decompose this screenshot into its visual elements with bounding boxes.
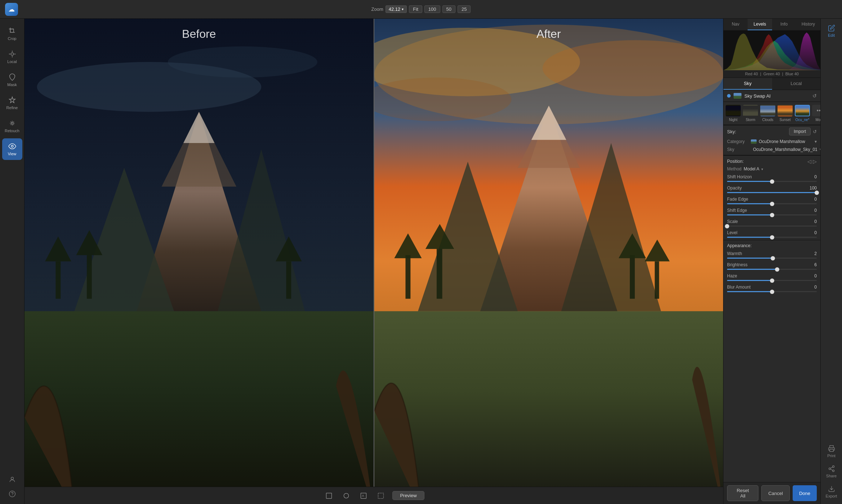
shift-horizon-value: 0	[814, 174, 817, 179]
histogram-section: Red 40 | Green 40 | Blue 40	[723, 31, 820, 78]
sky-clouds-thumb	[760, 105, 775, 116]
tab-local[interactable]: Local	[772, 78, 821, 90]
svg-rect-21	[24, 311, 374, 504]
fade-edge-value: 0	[814, 197, 817, 202]
warmth-track[interactable]	[727, 258, 817, 259]
brightness-track[interactable]	[727, 269, 817, 270]
svg-rect-16	[87, 255, 92, 299]
category-thumbnail	[751, 139, 757, 144]
position-section-header: Position: ◁ ▷	[723, 155, 820, 166]
zoom-fit-button[interactable]: Fit	[409, 5, 422, 13]
histogram-red: Red 40	[745, 72, 758, 76]
level-track[interactable]	[727, 237, 817, 238]
cancel-button[interactable]: Cancel	[761, 485, 789, 501]
user-icon-button[interactable]	[6, 474, 18, 485]
sky-type-clouds[interactable]: Clouds	[760, 105, 775, 122]
zoom-50-button[interactable]: 50	[442, 5, 455, 13]
print-label: Print	[827, 454, 836, 458]
zoom-100-button[interactable]: 100	[424, 5, 440, 13]
sky-type-more[interactable]: ••• More	[812, 105, 820, 122]
opacity-slider: Opacity 100	[723, 184, 820, 195]
retouch-label: Retouch	[5, 129, 19, 133]
preview-button[interactable]: Preview	[392, 491, 424, 500]
svg-point-50	[832, 466, 834, 468]
sky-type-sunset[interactable]: Sunset	[778, 105, 793, 122]
sky-more-thumb: •••	[812, 105, 820, 116]
sidebar-tool-local[interactable]: Local	[2, 46, 22, 68]
svg-line-54	[830, 467, 833, 468]
position-right-arrow-icon[interactable]: ▷	[813, 159, 817, 164]
tab-info[interactable]: Info	[772, 19, 796, 30]
sky-type-ocu[interactable]: Ocu_ne*	[795, 105, 810, 122]
method-chevron-icon[interactable]: ▾	[761, 167, 763, 171]
histogram-tabs: Nav Levels Info History	[723, 19, 820, 31]
done-button[interactable]: Done	[793, 485, 817, 501]
text-tool-button[interactable]: A	[358, 490, 369, 501]
scale-track[interactable]	[727, 226, 817, 227]
method-label: Method	[727, 166, 741, 171]
print-button[interactable]: Print	[822, 442, 841, 461]
sidebar-tool-crop[interactable]: Crop	[2, 23, 22, 45]
sidebar-tool-view[interactable]: View	[2, 138, 22, 160]
sky-type-night[interactable]: Night	[726, 105, 741, 122]
svg-rect-36	[630, 255, 635, 299]
tab-sky[interactable]: Sky	[723, 78, 772, 90]
haze-label: Haze	[727, 273, 737, 278]
shift-edge-track[interactable]	[727, 214, 817, 215]
top-bar: ☁ Zoom 42.12 ▾ Fit 100 50 25	[0, 0, 842, 19]
zoom-25-button[interactable]: 25	[458, 5, 471, 13]
svg-rect-32	[405, 255, 410, 299]
sidebar-bottom	[6, 474, 18, 500]
svg-point-5	[9, 491, 15, 497]
help-icon-button[interactable]	[6, 488, 18, 500]
view-label: View	[8, 152, 17, 156]
sky-import-reset-icon[interactable]: ↺	[813, 129, 817, 134]
sky-swap-reset-icon[interactable]: ↺	[812, 93, 817, 99]
histogram-info: Red 40 | Green 40 | Blue 40	[723, 70, 820, 77]
svg-rect-42	[374, 311, 723, 504]
fade-edge-track[interactable]	[727, 203, 817, 204]
svg-point-8	[168, 46, 317, 77]
brightness-value: 6	[814, 262, 817, 267]
select-tool-button[interactable]	[375, 490, 387, 501]
action-bar: Reset All Cancel Done	[723, 482, 820, 504]
circle-tool-button[interactable]	[340, 490, 352, 501]
sky-type-storm[interactable]: Storm	[743, 105, 758, 122]
category-chevron-icon[interactable]: ▾	[815, 139, 817, 144]
position-left-arrow-icon[interactable]: ◁	[807, 159, 811, 164]
share-button[interactable]: Share	[822, 462, 841, 481]
tab-levels[interactable]: Levels	[748, 19, 772, 30]
export-label: Export	[826, 494, 837, 498]
sidebar-tool-refine[interactable]: Refine	[2, 92, 22, 114]
export-button[interactable]: Export	[822, 482, 841, 501]
blur-amount-track[interactable]	[727, 291, 817, 292]
sky-swap-thumbnail	[734, 93, 741, 99]
opacity-track[interactable]	[727, 192, 817, 193]
reset-all-button[interactable]: Reset All	[727, 485, 758, 501]
sky-swap-active-dot	[727, 94, 731, 98]
sidebar-tool-mask[interactable]: Mask	[2, 69, 22, 91]
brightness-label: Brightness	[727, 262, 748, 267]
tab-nav[interactable]: Nav	[723, 19, 748, 30]
tab-history[interactable]: History	[796, 19, 820, 30]
sky-ocu-thumb	[795, 105, 810, 116]
position-title: Position:	[727, 159, 807, 164]
crop-label: Crop	[8, 36, 17, 41]
edit-button[interactable]: Edit	[822, 22, 841, 40]
blur-amount-label: Blur Amount	[727, 285, 750, 290]
bottom-toolbar: A Preview	[24, 487, 723, 504]
sidebar-tool-retouch[interactable]: Retouch	[2, 115, 22, 137]
svg-point-3	[11, 145, 13, 147]
sky-sub-value: OcuDrone_Marshmallow_Sky_01	[753, 147, 818, 152]
import-button[interactable]: Import	[789, 128, 811, 135]
after-panel: After	[374, 19, 723, 504]
category-row: Category OcuDrone Marshmallow ▾	[723, 138, 820, 146]
frame-tool-button[interactable]	[323, 490, 335, 501]
haze-track[interactable]	[727, 280, 817, 281]
after-scene	[374, 19, 723, 504]
sky-ocu-label: Ocu_ne*	[796, 118, 810, 122]
method-value: Model A	[744, 166, 759, 171]
shift-horizon-track[interactable]	[727, 181, 817, 182]
sky-sunset-label: Sunset	[779, 118, 790, 122]
zoom-value-display[interactable]: 42.12 ▾	[386, 5, 407, 13]
